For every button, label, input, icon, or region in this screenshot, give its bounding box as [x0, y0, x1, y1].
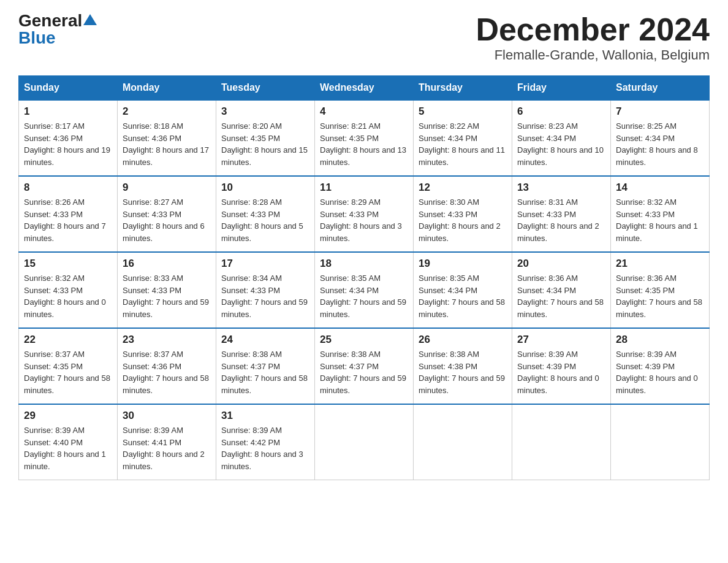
day-info: Sunrise: 8:30 AMSunset: 4:33 PMDaylight:…	[419, 196, 507, 244]
day-number: 13	[517, 182, 605, 194]
day-number: 26	[419, 334, 507, 346]
day-info: Sunrise: 8:38 AMSunset: 4:38 PMDaylight:…	[419, 348, 507, 396]
day-number: 17	[221, 258, 309, 270]
calendar-cell: 15Sunrise: 8:32 AMSunset: 4:33 PMDayligh…	[19, 252, 118, 328]
calendar-header-tuesday: Tuesday	[216, 76, 315, 101]
day-number: 10	[221, 182, 309, 194]
logo-triangle-icon	[83, 14, 97, 25]
calendar-cell: 5Sunrise: 8:22 AMSunset: 4:34 PMDaylight…	[414, 100, 512, 176]
calendar-cell	[414, 404, 512, 480]
day-number: 4	[320, 105, 408, 118]
day-info: Sunrise: 8:29 AMSunset: 4:33 PMDaylight:…	[320, 196, 408, 244]
day-number: 27	[517, 334, 605, 346]
day-number: 2	[123, 105, 211, 118]
day-info: Sunrise: 8:23 AMSunset: 4:34 PMDaylight:…	[517, 120, 605, 168]
day-number: 23	[123, 334, 211, 346]
day-info: Sunrise: 8:39 AMSunset: 4:39 PMDaylight:…	[517, 348, 605, 396]
calendar-cell	[512, 404, 611, 480]
calendar-week-row: 1Sunrise: 8:17 AMSunset: 4:36 PMDaylight…	[19, 100, 710, 176]
calendar-cell: 23Sunrise: 8:37 AMSunset: 4:36 PMDayligh…	[118, 328, 216, 404]
calendar-cell: 30Sunrise: 8:39 AMSunset: 4:41 PMDayligh…	[118, 404, 216, 480]
day-number: 11	[320, 182, 408, 194]
day-info: Sunrise: 8:39 AMSunset: 4:40 PMDaylight:…	[24, 424, 112, 472]
logo-general: General	[18, 12, 82, 29]
calendar-header-saturday: Saturday	[611, 76, 710, 101]
day-number: 3	[221, 105, 309, 118]
calendar-cell: 2Sunrise: 8:18 AMSunset: 4:36 PMDaylight…	[118, 100, 216, 176]
day-number: 24	[221, 334, 309, 346]
calendar-cell: 19Sunrise: 8:35 AMSunset: 4:34 PMDayligh…	[414, 252, 512, 328]
calendar-cell: 3Sunrise: 8:20 AMSunset: 4:35 PMDaylight…	[216, 100, 315, 176]
calendar-cell	[611, 404, 710, 480]
day-number: 22	[24, 334, 112, 346]
day-info: Sunrise: 8:28 AMSunset: 4:33 PMDaylight:…	[221, 196, 309, 244]
day-info: Sunrise: 8:17 AMSunset: 4:36 PMDaylight:…	[24, 120, 112, 168]
day-number: 7	[616, 105, 704, 118]
day-info: Sunrise: 8:34 AMSunset: 4:33 PMDaylight:…	[221, 272, 309, 320]
day-number: 31	[221, 410, 309, 422]
calendar-cell: 25Sunrise: 8:38 AMSunset: 4:37 PMDayligh…	[315, 328, 414, 404]
day-number: 29	[24, 410, 112, 422]
calendar-cell: 4Sunrise: 8:21 AMSunset: 4:35 PMDaylight…	[315, 100, 414, 176]
page-header: General Blue December 2024 Flemalle-Gran…	[18, 12, 710, 63]
svg-marker-0	[83, 14, 97, 25]
calendar-cell: 7Sunrise: 8:25 AMSunset: 4:34 PMDaylight…	[611, 100, 710, 176]
day-number: 30	[123, 410, 211, 422]
day-info: Sunrise: 8:32 AMSunset: 4:33 PMDaylight:…	[616, 196, 704, 244]
calendar-cell: 20Sunrise: 8:36 AMSunset: 4:34 PMDayligh…	[512, 252, 611, 328]
day-number: 16	[123, 258, 211, 270]
day-info: Sunrise: 8:39 AMSunset: 4:39 PMDaylight:…	[616, 348, 704, 396]
logo: General Blue	[18, 12, 97, 47]
day-info: Sunrise: 8:35 AMSunset: 4:34 PMDaylight:…	[320, 272, 408, 320]
day-number: 6	[517, 105, 605, 118]
calendar-cell: 10Sunrise: 8:28 AMSunset: 4:33 PMDayligh…	[216, 176, 315, 252]
day-number: 15	[24, 258, 112, 270]
day-info: Sunrise: 8:37 AMSunset: 4:35 PMDaylight:…	[24, 348, 112, 396]
calendar-header-row: SundayMondayTuesdayWednesdayThursdayFrid…	[19, 76, 710, 101]
day-number: 5	[419, 105, 507, 118]
calendar-cell: 12Sunrise: 8:30 AMSunset: 4:33 PMDayligh…	[414, 176, 512, 252]
day-info: Sunrise: 8:38 AMSunset: 4:37 PMDaylight:…	[221, 348, 309, 396]
calendar-cell: 24Sunrise: 8:38 AMSunset: 4:37 PMDayligh…	[216, 328, 315, 404]
calendar-cell: 21Sunrise: 8:36 AMSunset: 4:35 PMDayligh…	[611, 252, 710, 328]
day-number: 19	[419, 258, 507, 270]
calendar-cell: 11Sunrise: 8:29 AMSunset: 4:33 PMDayligh…	[315, 176, 414, 252]
day-number: 20	[517, 258, 605, 270]
calendar-cell: 16Sunrise: 8:33 AMSunset: 4:33 PMDayligh…	[118, 252, 216, 328]
day-info: Sunrise: 8:35 AMSunset: 4:34 PMDaylight:…	[419, 272, 507, 320]
day-number: 14	[616, 182, 704, 194]
calendar-cell	[315, 404, 414, 480]
day-info: Sunrise: 8:39 AMSunset: 4:41 PMDaylight:…	[123, 424, 211, 472]
day-info: Sunrise: 8:25 AMSunset: 4:34 PMDaylight:…	[616, 120, 704, 168]
day-number: 1	[24, 105, 112, 118]
calendar-cell: 28Sunrise: 8:39 AMSunset: 4:39 PMDayligh…	[611, 328, 710, 404]
day-number: 28	[616, 334, 704, 346]
day-info: Sunrise: 8:36 AMSunset: 4:34 PMDaylight:…	[517, 272, 605, 320]
day-info: Sunrise: 8:36 AMSunset: 4:35 PMDaylight:…	[616, 272, 704, 320]
calendar-cell: 29Sunrise: 8:39 AMSunset: 4:40 PMDayligh…	[19, 404, 118, 480]
day-info: Sunrise: 8:37 AMSunset: 4:36 PMDaylight:…	[123, 348, 211, 396]
calendar-cell: 9Sunrise: 8:27 AMSunset: 4:33 PMDaylight…	[118, 176, 216, 252]
day-info: Sunrise: 8:33 AMSunset: 4:33 PMDaylight:…	[123, 272, 211, 320]
calendar-cell: 14Sunrise: 8:32 AMSunset: 4:33 PMDayligh…	[611, 176, 710, 252]
calendar-header-friday: Friday	[512, 76, 611, 101]
calendar-cell: 22Sunrise: 8:37 AMSunset: 4:35 PMDayligh…	[19, 328, 118, 404]
calendar-cell: 13Sunrise: 8:31 AMSunset: 4:33 PMDayligh…	[512, 176, 611, 252]
calendar-header-sunday: Sunday	[19, 76, 118, 101]
calendar-cell: 1Sunrise: 8:17 AMSunset: 4:36 PMDaylight…	[19, 100, 118, 176]
calendar-table: SundayMondayTuesdayWednesdayThursdayFrid…	[18, 75, 710, 480]
day-info: Sunrise: 8:38 AMSunset: 4:37 PMDaylight:…	[320, 348, 408, 396]
calendar-cell: 27Sunrise: 8:39 AMSunset: 4:39 PMDayligh…	[512, 328, 611, 404]
calendar-week-row: 22Sunrise: 8:37 AMSunset: 4:35 PMDayligh…	[19, 328, 710, 404]
logo-blue: Blue	[18, 29, 56, 47]
day-number: 8	[24, 182, 112, 194]
day-info: Sunrise: 8:27 AMSunset: 4:33 PMDaylight:…	[123, 196, 211, 244]
calendar-cell: 18Sunrise: 8:35 AMSunset: 4:34 PMDayligh…	[315, 252, 414, 328]
day-info: Sunrise: 8:26 AMSunset: 4:33 PMDaylight:…	[24, 196, 112, 244]
calendar-cell: 26Sunrise: 8:38 AMSunset: 4:38 PMDayligh…	[414, 328, 512, 404]
calendar-header-thursday: Thursday	[414, 76, 512, 101]
title-block: December 2024 Flemalle-Grande, Wallonia,…	[476, 12, 710, 63]
day-info: Sunrise: 8:31 AMSunset: 4:33 PMDaylight:…	[517, 196, 605, 244]
day-info: Sunrise: 8:39 AMSunset: 4:42 PMDaylight:…	[221, 424, 309, 472]
page-subtitle: Flemalle-Grande, Wallonia, Belgium	[476, 47, 710, 63]
